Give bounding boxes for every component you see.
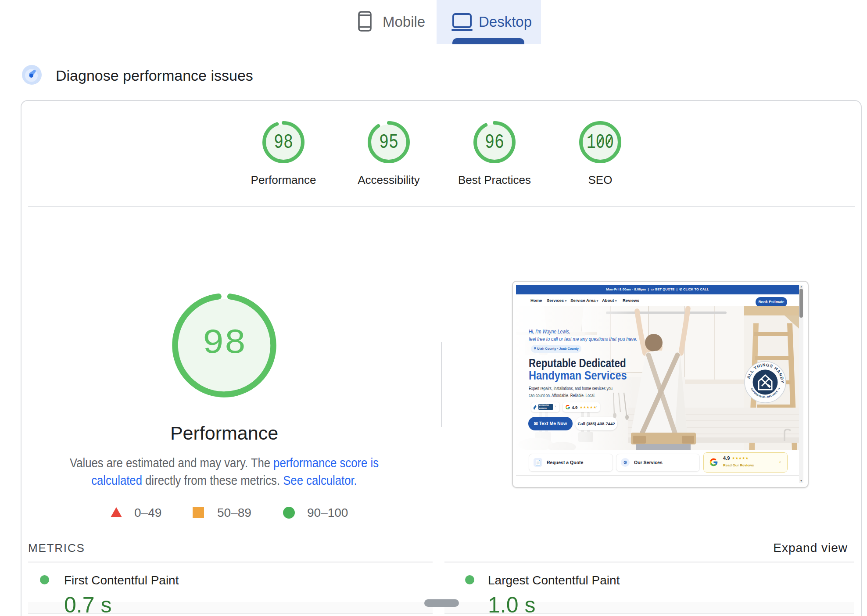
svg-text:100: 100 <box>587 131 614 154</box>
svg-text:95: 95 <box>379 131 398 154</box>
svg-text:98: 98 <box>274 131 293 154</box>
svg-text:98: 98 <box>202 324 246 363</box>
svg-text:96: 96 <box>485 131 504 154</box>
